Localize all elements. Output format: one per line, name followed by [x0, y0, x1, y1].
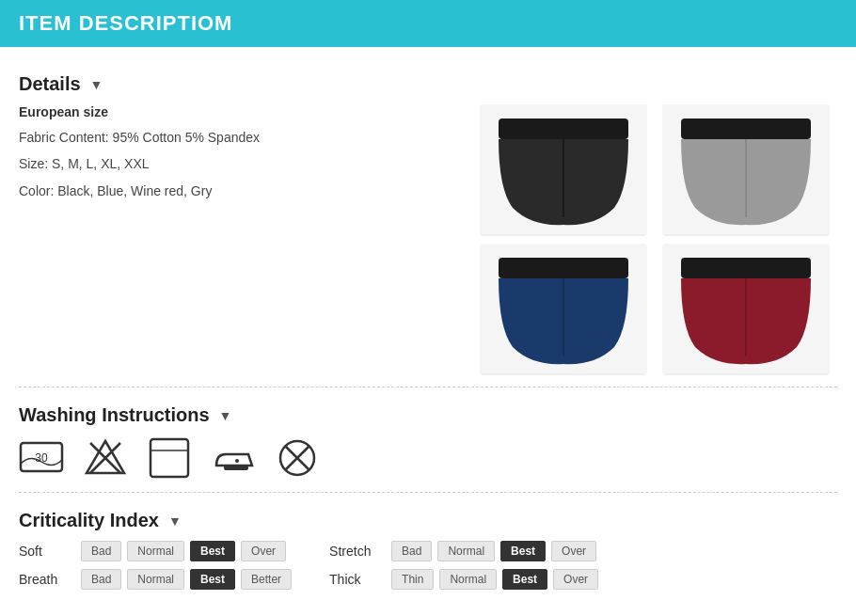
product-image-grey [662, 104, 830, 236]
svg-rect-10 [681, 258, 811, 278]
soft-normal-btn[interactable]: Normal [127, 541, 184, 561]
svg-rect-7 [499, 258, 628, 278]
no-bleach-icon [83, 435, 128, 481]
criticality-row-soft: Soft Bad Normal Best Over [19, 541, 292, 561]
stretch-over-btn[interactable]: Over [551, 541, 596, 561]
stretch-normal-btn[interactable]: Normal [437, 541, 495, 561]
thick-thin-btn[interactable]: Thin [391, 569, 434, 590]
svg-rect-17 [151, 439, 188, 477]
criticality-section-header: Criticality Index ▼ [19, 510, 837, 531]
details-arrow-icon[interactable]: ▼ [90, 77, 103, 92]
soft-bad-btn[interactable]: Bad [81, 541, 121, 561]
page-title: ITEM DESCRIPTIOM [19, 11, 837, 36]
product-images [480, 104, 837, 375]
thick-label: Thick [329, 572, 386, 587]
iron-icon [211, 435, 256, 481]
criticality-right-col: Stretch Bad Normal Best Over Thick Thin … [329, 541, 598, 590]
divider-1 [19, 387, 837, 387]
fabric-label: Fabric Content: [19, 130, 109, 145]
details-title: Details [19, 73, 81, 95]
criticality-title: Criticality Index [19, 510, 159, 531]
washing-arrow-icon[interactable]: ▼ [219, 408, 232, 423]
size-value: S, M, L, XL, XXL [52, 156, 150, 171]
breath-bad-btn[interactable]: Bad [81, 569, 121, 590]
fabric-content-row: Fabric Content: 95% Cotton 5% Spandex [19, 127, 461, 148]
european-size-label: European size [19, 104, 461, 119]
svg-point-20 [235, 459, 239, 463]
details-left: European size Fabric Content: 95% Cotton… [19, 104, 461, 375]
criticality-columns: Soft Bad Normal Best Over Breath Bad Nor… [19, 541, 837, 590]
breath-best-btn[interactable]: Best [190, 569, 235, 590]
breath-better-btn[interactable]: Better [241, 569, 292, 590]
details-section-header: Details ▼ [19, 73, 837, 95]
divider-2 [19, 492, 837, 493]
soft-best-btn[interactable]: Best [190, 541, 235, 561]
fabric-value: 95% Cotton 5% Spandex [113, 130, 260, 145]
criticality-arrow-icon[interactable]: ▼ [168, 513, 182, 529]
stretch-best-btn[interactable]: Best [500, 541, 546, 561]
thick-best-btn[interactable]: Best [502, 569, 547, 590]
color-label: Color: [19, 183, 54, 198]
stretch-bad-btn[interactable]: Bad [391, 541, 432, 561]
tumble-dry-icon [147, 435, 192, 481]
breath-normal-btn[interactable]: Normal [127, 569, 184, 590]
size-label: Size: [19, 156, 48, 171]
svg-text:30: 30 [35, 451, 48, 465]
breath-label: Breath [19, 572, 75, 587]
size-row: Size: S, M, L, XL, XXL [19, 153, 461, 174]
criticality-left-col: Soft Bad Normal Best Over Breath Bad Nor… [19, 541, 292, 590]
criticality-section: Criticality Index ▼ Soft Bad Normal Best… [19, 510, 837, 590]
color-value: Black, Blue, Wine red, Gry [57, 183, 212, 198]
svg-rect-1 [499, 118, 628, 139]
page-header: ITEM DESCRIPTIOM [0, 0, 856, 47]
svg-rect-4 [681, 118, 811, 139]
product-image-black [480, 104, 647, 236]
stretch-label: Stretch [329, 544, 386, 559]
soft-label: Soft [19, 544, 75, 559]
washing-section-header: Washing Instructions ▼ [19, 404, 837, 426]
details-section: European size Fabric Content: 95% Cotton… [19, 104, 837, 375]
thick-normal-btn[interactable]: Normal [439, 569, 497, 590]
product-image-winered [662, 244, 830, 375]
soft-over-btn[interactable]: Over [241, 541, 286, 561]
criticality-row-thick: Thick Thin Normal Best Over [329, 569, 598, 590]
product-image-navy [480, 244, 647, 375]
svg-rect-19 [224, 466, 248, 470]
content-area: Details ▼ European size Fabric Content: … [0, 47, 856, 599]
color-row: Color: Black, Blue, Wine red, Gry [19, 181, 461, 201]
thick-over-btn[interactable]: Over [553, 569, 598, 590]
wash-30-icon: 30 [19, 435, 64, 481]
washing-icons-row: 30 [19, 435, 837, 481]
washing-title: Washing Instructions [19, 404, 210, 426]
criticality-row-stretch: Stretch Bad Normal Best Over [329, 541, 598, 561]
no-dry-clean-icon [275, 435, 320, 481]
criticality-row-breath: Breath Bad Normal Best Better [19, 569, 292, 590]
